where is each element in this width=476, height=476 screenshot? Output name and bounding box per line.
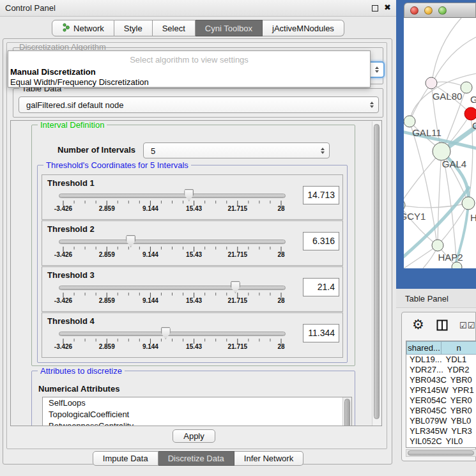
table-row[interactable]: YIL052CYIL0 — [406, 436, 476, 447]
tab-discretize-data[interactable]: Discretize Data — [158, 451, 234, 466]
tab-jactivemnodules[interactable]: jActiveMNodules — [263, 20, 344, 36]
GAL11-node[interactable] — [404, 116, 415, 127]
gear-icon[interactable]: ⚙ — [412, 317, 424, 332]
cell-shared-name: YDR27... — [406, 365, 443, 375]
scrollbar-thumb[interactable] — [344, 399, 350, 426]
column-header-shared-name[interactable]: shared... — [406, 341, 441, 355]
attributes-list-scrollbar[interactable] — [342, 397, 351, 426]
threshold-value-field[interactable]: 14.713 — [303, 186, 339, 204]
network-window-titlebar[interactable] — [404, 3, 476, 18]
tab-impute-data[interactable]: Impute Data — [93, 451, 158, 466]
cell-name: YBR0 — [447, 375, 476, 385]
threshold-value-field[interactable]: 21.4 — [303, 278, 339, 296]
table-horizontal-scrollbar[interactable] — [406, 449, 476, 457]
GAL80-node[interactable] — [426, 77, 437, 89]
mac-minimize-icon[interactable] — [424, 6, 433, 15]
slider-tick-labels: -3.4262.8599.14415.4321.71528 — [59, 297, 286, 305]
control-panel-titlebar: Control Panel ✖ — [0, 0, 396, 17]
table-row[interactable]: YDR27...YDR2 — [406, 365, 476, 375]
tick-label: 15.43 — [178, 297, 210, 304]
tab-network[interactable]: Network — [52, 20, 114, 36]
attributes-group-label: Attributes to discretize — [38, 366, 125, 376]
attribute-list-item[interactable]: TopologicalCoefficient — [43, 409, 351, 420]
network-edge — [410, 83, 431, 121]
node-label: GAL4 — [442, 158, 466, 169]
close-icon[interactable]: ✖ — [384, 3, 391, 12]
tick-label: 21.715 — [222, 251, 254, 258]
tab-infer-network[interactable]: Infer Network — [234, 451, 303, 466]
red-node[interactable] — [464, 107, 476, 120]
cell-shared-name: YPR145W — [406, 385, 449, 395]
scrollbar-thumb[interactable] — [374, 124, 380, 419]
cell-shared-name: YBR043C — [406, 375, 447, 385]
node-label: G — [470, 94, 476, 105]
table-row[interactable]: YBR045CYBR0 — [406, 406, 476, 416]
threshold-panel: Threshold 1-3.4262.8599.14415.4321.71528… — [42, 174, 343, 220]
cell-shared-name: YDL19... — [406, 355, 442, 365]
node-label: GCY1 — [404, 211, 426, 222]
apply-button[interactable]: Apply — [173, 429, 215, 443]
attribute-list-item[interactable]: BetweennessCentrality — [43, 420, 351, 426]
bottom-tabbar: Impute Data Discretize Data Infer Networ… — [0, 451, 396, 466]
algorithm-option-manual-discretization[interactable]: Manual Discretization — [10, 67, 96, 77]
table-data-groupbox: Table Data galFiltered.sif default node — [13, 88, 383, 118]
node-table-header: shared... n — [406, 341, 476, 355]
tab-style[interactable]: Style — [114, 20, 153, 36]
threshold-value-field[interactable]: 6.316 — [303, 232, 339, 250]
float-window-icon[interactable] — [372, 5, 378, 12]
threshold-value-field[interactable]: 11.344 — [303, 324, 339, 342]
tick-label: 2.859 — [91, 343, 123, 350]
tick-label: 15.43 — [178, 205, 210, 212]
tab-cyni-toolbox[interactable]: Cyni Toolbox — [196, 20, 263, 36]
top-right-node[interactable] — [461, 82, 472, 93]
GCY1-node[interactable] — [404, 199, 405, 211]
H-node[interactable] — [462, 197, 475, 210]
tick-label: 15.43 — [178, 251, 210, 258]
tab-select[interactable]: Select — [153, 20, 196, 36]
cell-shared-name: YLR345W — [406, 426, 447, 436]
settings-vertical-scrollbar[interactable] — [372, 121, 381, 426]
slider-tick-labels: -3.4262.8599.14415.4321.71528 — [59, 251, 286, 259]
numerical-attributes-list: SelfLoopsTopologicalCoefficientBetweenne… — [42, 397, 352, 426]
number-of-intervals-combobox[interactable]: 5 — [143, 142, 330, 158]
table-row[interactable]: YER054CYER0 — [406, 395, 476, 406]
table-row[interactable]: YBL079WYBL0 — [406, 416, 476, 426]
threshold-panel: Threshold 3-3.4262.8599.14415.4321.71528… — [42, 266, 343, 312]
tick-label: -3.426 — [47, 205, 79, 212]
cell-name: YBL0 — [447, 416, 476, 426]
number-of-intervals-label: Number of Intervals — [58, 145, 135, 155]
slider-track[interactable] — [59, 194, 286, 198]
table-row[interactable]: YBR043CYBR0 — [406, 375, 476, 385]
tab-cyni-toolbox-label: Cyni Toolbox — [205, 24, 252, 33]
table-panel: ⚙ ☑☑ shared... n YDL19...YDL1YDR27...YDR… — [401, 312, 476, 461]
checked-box-icons[interactable]: ☑☑ — [459, 321, 475, 330]
column-header-name[interactable]: n — [441, 341, 476, 355]
slider-track[interactable] — [59, 286, 286, 290]
network-canvas[interactable]: GAL80GCGAL11GAL4GCY1HHAP2 — [404, 18, 476, 268]
slider-track[interactable] — [59, 240, 286, 244]
algorithm-option-equal-width-frequency[interactable]: Equal Width/Frequency Discretization — [10, 77, 149, 87]
stepper-arrows-icon — [370, 102, 374, 108]
table-data-selected-value: galFiltered.sif default node — [26, 100, 123, 110]
tab-style-label: Style — [124, 24, 142, 33]
GAL4-node[interactable] — [433, 142, 450, 160]
tick-label: 21.715 — [222, 297, 254, 304]
mac-close-icon[interactable] — [410, 6, 418, 15]
tick-label: 28 — [265, 251, 297, 258]
node-label: C — [472, 120, 476, 131]
application: Control Panel ✖ Network Style — [0, 0, 476, 476]
tab-select-label: Select — [162, 24, 185, 33]
threshold-panel: Threshold 4-3.4262.8599.14415.4321.71528… — [42, 312, 343, 358]
table-row[interactable]: YPR145WYPR1 — [406, 385, 476, 395]
cell-shared-name: YBL079W — [406, 416, 447, 426]
slider-track[interactable] — [59, 332, 286, 336]
split-columns-icon[interactable] — [436, 319, 448, 333]
mac-zoom-icon[interactable] — [438, 6, 447, 15]
attribute-list-item[interactable]: SelfLoops — [43, 397, 351, 409]
cell-shared-name: YIL052C — [406, 436, 442, 447]
scrollbar-thumb[interactable] — [408, 450, 474, 456]
table-data-combobox[interactable]: galFiltered.sif default node — [19, 96, 379, 113]
HAP2-node[interactable] — [432, 240, 443, 251]
table-row[interactable]: YDL19...YDL1 — [406, 355, 476, 365]
table-row[interactable]: YLR345WYLR3 — [406, 426, 476, 436]
